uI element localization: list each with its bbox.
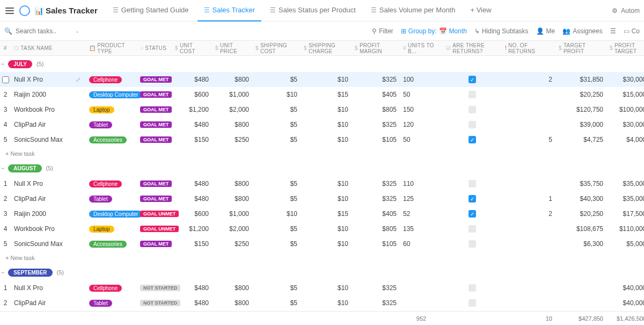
profit-margin[interactable]: $325 (352, 195, 400, 203)
table-row[interactable]: 4ClipPad AirTabletGOAL MET$480$800$5$10$… (0, 117, 644, 132)
status[interactable]: GOAL MET (137, 121, 172, 128)
profit-target[interactable]: $100,000 (606, 106, 644, 113)
product-type[interactable]: Desktop Computer (86, 211, 137, 218)
unit-price[interactable]: $250 (212, 240, 252, 248)
profit-margin[interactable]: $325 (352, 121, 400, 128)
unit-price[interactable]: $250 (212, 136, 252, 143)
ship-cost[interactable]: $5 (252, 225, 301, 233)
status[interactable]: NOT STARTED (137, 285, 172, 291)
col-shipcost[interactable]: $SHIPPING COST (252, 42, 301, 54)
col-units[interactable]: #UNITS TO B... (400, 42, 443, 54)
unit-price[interactable]: $1,000 (212, 91, 252, 98)
unit-cost[interactable]: $480 (172, 284, 212, 292)
col-name[interactable]: ⬡TASK NAME (11, 45, 86, 51)
product-type[interactable]: Tablet (86, 121, 137, 128)
num-returns[interactable]: 5 (502, 136, 555, 143)
table-row[interactable]: 5SonicSound MaxAccessoriesGOAL MET$150$2… (0, 236, 644, 251)
returns-check[interactable] (443, 91, 502, 98)
table-row[interactable]: 2ClipPad AirTabletGOAL MET$480$800$5$10$… (0, 191, 644, 206)
profit-target[interactable]: $5,000 (606, 240, 644, 248)
task-name[interactable]: ClipPad Air (11, 121, 86, 128)
profit-margin[interactable]: $325 (352, 299, 400, 307)
target-profit[interactable]: $31,850 (555, 76, 606, 83)
task-name[interactable]: Workbook Pro (11, 225, 86, 233)
group-september[interactable]: ›SEPTEMBER(5) (0, 264, 644, 280)
unit-cost[interactable]: $1,200 (172, 225, 212, 233)
col-num[interactable]: # (0, 45, 11, 51)
profit-margin[interactable]: $105 (352, 136, 400, 143)
product-type[interactable]: Tablet (86, 300, 137, 307)
status[interactable]: GOAL MET (137, 196, 172, 202)
num-returns[interactable]: 2 (502, 76, 555, 83)
expand-icon[interactable]: ⤢ (76, 76, 80, 83)
returns-check[interactable] (443, 180, 502, 187)
autom-label[interactable]: Autom (621, 7, 640, 15)
product-type[interactable]: Laptop (86, 226, 137, 233)
target-profit[interactable]: $108,675 (555, 225, 606, 233)
task-name[interactable]: Raijin 2000 (11, 210, 86, 218)
num-returns[interactable]: 2 (502, 210, 555, 218)
co-btn[interactable]: ▭ Co (624, 27, 640, 35)
col-nreturns[interactable]: !NO. OF RETURNS (502, 42, 555, 54)
col-status[interactable]: ○STATUS (137, 45, 172, 51)
assignees-filter[interactable]: 👥Assignees (562, 27, 602, 35)
chevron-down-icon[interactable]: › (0, 271, 6, 273)
unit-price[interactable]: $800 (212, 195, 252, 203)
ship-charge[interactable]: $10 (301, 299, 352, 307)
col-ptarget[interactable]: $PROFIT TARGET (606, 42, 644, 54)
profit-margin[interactable]: $325 (352, 284, 400, 292)
target-profit[interactable]: $40,300 (555, 195, 606, 203)
returns-check[interactable] (443, 284, 502, 292)
status[interactable]: GOAL UNMET (137, 226, 172, 232)
tab-getting-started-guide[interactable]: ☰Getting Started Guide (106, 0, 195, 21)
hiding-subtasks[interactable]: ↳Hiding Subtasks (474, 27, 529, 35)
product-type[interactable]: Cellphone (86, 180, 137, 187)
unit-price[interactable]: $800 (212, 299, 252, 307)
product-type[interactable]: Laptop (86, 106, 137, 113)
status[interactable]: GOAL MET (137, 76, 172, 83)
me-filter[interactable]: 👤Me (536, 27, 555, 35)
profit-margin[interactable]: $325 (352, 180, 400, 187)
profit-margin[interactable]: $405 (352, 91, 400, 98)
target-profit[interactable]: $6,300 (555, 240, 606, 248)
table-row[interactable]: 3Workbook ProLaptopGOAL MET$1,200$2,000$… (0, 102, 644, 117)
unit-cost[interactable]: $480 (172, 195, 212, 203)
ship-cost[interactable]: $5 (252, 106, 301, 113)
table-row[interactable]: 4Workbook ProLaptopGOAL UNMET$1,200$2,00… (0, 221, 644, 236)
unit-cost[interactable]: $1,200 (172, 106, 212, 113)
task-name[interactable]: Null X Pro⤢ (11, 76, 86, 83)
unit-cost[interactable]: $600 (172, 210, 212, 218)
ship-charge[interactable]: $10 (301, 180, 352, 187)
unit-cost[interactable]: $480 (172, 299, 212, 307)
ship-cost[interactable]: $5 (252, 195, 301, 203)
unit-cost[interactable]: $480 (172, 121, 212, 128)
ship-cost[interactable]: $10 (252, 91, 301, 98)
status[interactable]: GOAL MET (137, 241, 172, 247)
ship-charge[interactable]: $10 (301, 136, 352, 143)
task-name[interactable]: ClipPad Air (11, 195, 86, 203)
search-input[interactable] (16, 27, 64, 35)
table-row[interactable]: 2Raijin 2000Desktop ComputerGOAL MET$600… (0, 87, 644, 102)
target-profit[interactable]: $120,750 (555, 106, 606, 113)
profit-target[interactable]: $35,000 (606, 180, 644, 187)
units[interactable]: 120 (400, 121, 443, 128)
menu-icon[interactable] (4, 5, 15, 16)
unit-price[interactable]: $1,000 (212, 210, 252, 218)
table-row[interactable]: 3Raijin 2000Desktop ComputerGOAL UNMET$6… (0, 206, 644, 221)
ship-charge[interactable]: $15 (301, 210, 352, 218)
ship-cost[interactable]: $5 (252, 136, 301, 143)
unit-cost[interactable]: $480 (172, 180, 212, 187)
col-shipcharge[interactable]: $SHIPPING CHARGE (301, 42, 352, 54)
ship-cost[interactable]: $10 (252, 210, 301, 218)
table-row[interactable]: Null X Pro⤢CellphoneGOAL MET$480$800$5$1… (0, 72, 644, 87)
table-row[interactable]: 1Null X ProCellphoneGOAL MET$480$800$5$1… (0, 176, 644, 191)
profit-margin[interactable]: $405 (352, 210, 400, 218)
status[interactable]: GOAL MET (137, 106, 172, 113)
target-profit[interactable]: $20,250 (555, 210, 606, 218)
col-product[interactable]: 📋PRODUCT TYPE (86, 42, 137, 54)
chevron-down-icon[interactable]: ⌄ (75, 28, 79, 34)
units[interactable]: 60 (400, 240, 443, 248)
profit-margin[interactable]: $805 (352, 106, 400, 113)
profit-target[interactable]: $40,000 (606, 284, 644, 292)
num-returns[interactable]: 1 (502, 195, 555, 203)
